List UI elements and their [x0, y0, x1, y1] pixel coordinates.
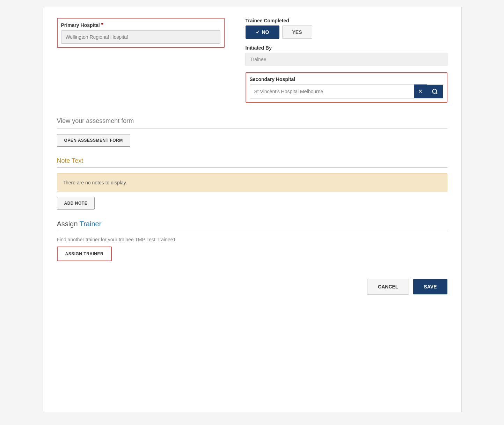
right-column: Trainee Completed ✓ NO YES Initiated By [246, 18, 447, 107]
secondary-hospital-input[interactable] [250, 85, 414, 98]
open-assessment-form-button[interactable]: OPEN ASSESSMENT FORM [57, 134, 130, 147]
add-note-button[interactable]: ADD NOTE [57, 197, 95, 210]
trainee-completed-label: Trainee Completed [246, 18, 447, 23]
yes-label: YES [292, 29, 302, 35]
assign-trainer-title: Assign Trainer [57, 220, 447, 228]
primary-hospital-label: Primary Hospital * [61, 22, 220, 28]
primary-hospital-box: Primary Hospital * [57, 18, 225, 48]
assign-title-part1: Assign [57, 220, 78, 228]
bottom-action-bar: CANCEL SAVE [57, 279, 447, 295]
primary-hospital-input[interactable] [61, 30, 220, 44]
assign-trainer-subtitle: Find another trainer for your trainee TM… [57, 237, 447, 242]
required-star: * [101, 22, 103, 28]
yes-button[interactable]: YES [282, 25, 312, 39]
close-icon: ✕ [418, 88, 423, 95]
secondary-hospital-label: Secondary Hospital [250, 76, 443, 82]
assign-trainer-divider [57, 231, 447, 231]
initiated-by-label-text: Initiated By [246, 45, 272, 51]
left-column: Primary Hospital * [57, 18, 225, 107]
save-button[interactable]: SAVE [413, 279, 447, 294]
view-assessment-divider [57, 128, 447, 129]
svg-line-1 [436, 93, 437, 94]
initiated-by-label: Initiated By [246, 45, 447, 51]
secondary-hospital-search-group: ✕ [250, 84, 443, 98]
assign-title-part2: Trainer [80, 220, 102, 228]
secondary-hospital-box: Secondary Hospital ✕ [246, 72, 447, 103]
no-label: NO [262, 29, 269, 35]
page-container: Primary Hospital * Trainee Completed ✓ N… [43, 7, 462, 412]
top-section: Primary Hospital * Trainee Completed ✓ N… [57, 18, 447, 107]
no-button[interactable]: ✓ NO [246, 25, 279, 39]
view-assessment-section: View your assessment form OPEN ASSESSMEN… [57, 117, 447, 147]
primary-hospital-label-text: Primary Hospital [61, 22, 100, 28]
note-empty-message: There are no notes to display. [57, 173, 447, 192]
trainee-completed-toggle-group: ✓ NO YES [246, 25, 447, 39]
clear-secondary-hospital-button[interactable]: ✕ [414, 85, 427, 98]
note-text-divider [57, 167, 447, 168]
initiated-by-section: Initiated By [246, 45, 447, 66]
assign-trainer-section: Assign Trainer Find another trainer for … [57, 220, 447, 261]
assign-trainer-button[interactable]: ASSIGN TRAINER [57, 247, 112, 261]
trainee-completed-label-text: Trainee Completed [246, 18, 289, 23]
checkmark-icon: ✓ [256, 29, 260, 35]
search-icon [432, 88, 438, 95]
cancel-button[interactable]: CANCEL [367, 279, 409, 295]
note-text-section: Note Text There are no notes to display.… [57, 157, 447, 210]
view-assessment-title: View your assessment form [57, 117, 447, 125]
initiated-by-input[interactable] [246, 53, 447, 66]
secondary-hospital-label-text: Secondary Hospital [250, 76, 295, 82]
note-text-title: Note Text [57, 157, 447, 164]
search-secondary-hospital-button[interactable] [427, 85, 443, 98]
